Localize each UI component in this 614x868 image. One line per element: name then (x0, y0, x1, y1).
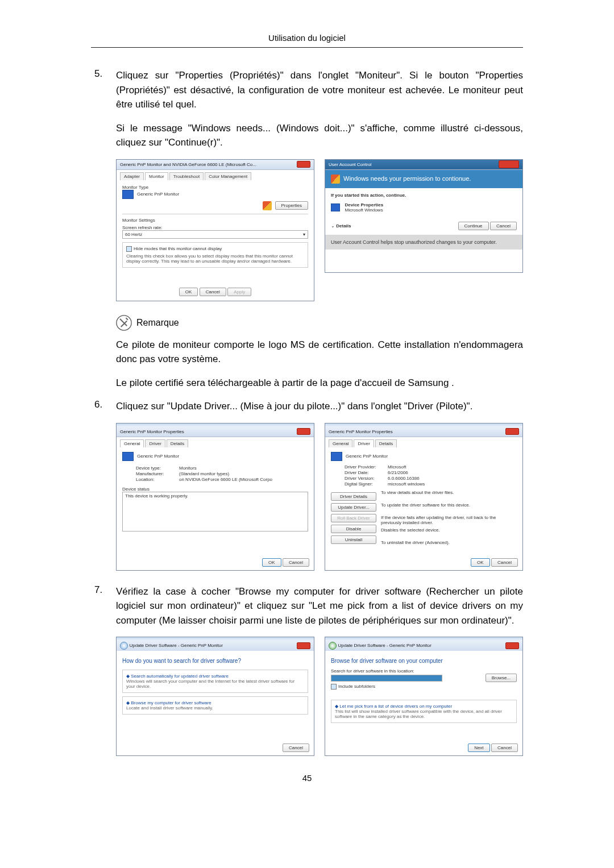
tab-driver[interactable]: Driver (354, 439, 374, 447)
update-driver-search-window: Update Driver Software - Generic PnP Mon… (116, 637, 314, 756)
step5-para2: Si le message "Windows needs... (Windows… (116, 121, 523, 150)
uac-device-properties: Device Properties (345, 202, 384, 207)
digital-signer-value: microsoft windows (388, 481, 425, 487)
monitor-icon (122, 190, 134, 199)
monitor-settings-label: Monitor Settings (122, 218, 308, 223)
tab-adapter[interactable]: Adapter (120, 172, 144, 180)
header-rule (91, 47, 523, 48)
win5-title: Update Driver Software - Generic PnP Mon… (130, 643, 223, 648)
cancel-button[interactable]: Cancel (490, 222, 517, 230)
monitor-icon (122, 452, 134, 461)
update-driver-button[interactable]: Update Driver... (331, 503, 376, 512)
win1-title: Generic PnP Monitor and NVIDIA GeForce 6… (120, 162, 256, 167)
uac-message: Windows needs your permission to contion… (343, 175, 471, 181)
cancel-button[interactable]: Cancel (283, 744, 309, 752)
tab-details[interactable]: Details (167, 439, 188, 447)
location-value: on NVIDIA GeForce 6600 LE (Microsoft Cor… (179, 477, 272, 482)
ok-button[interactable]: OK (179, 288, 198, 296)
driver-tab-window: Generic PnP Monitor Properties General D… (325, 423, 523, 571)
back-icon[interactable] (329, 642, 337, 650)
device-status-box: This device is working properly. (122, 492, 308, 531)
tab-driver[interactable]: Driver (145, 439, 165, 447)
browse-button[interactable]: Browse... (486, 674, 517, 682)
win5-heading: How do you want to search for driver sof… (122, 658, 308, 664)
continue-button[interactable]: Continue (458, 222, 489, 230)
rollback-driver-button[interactable]: Roll Back Driver (331, 514, 376, 522)
monitor-properties-window: Generic PnP Monitor and NVIDIA GeForce 6… (116, 159, 314, 301)
include-subfolders-checkbox[interactable] (331, 684, 337, 690)
driver-details-button[interactable]: Driver Details (331, 492, 376, 501)
win6-location-label: Search for driver software in this locat… (331, 668, 517, 674)
win6-heading: Browse for driver software on your compu… (331, 658, 517, 664)
note-label: Remarque (136, 318, 179, 328)
driver-version-value: 6.0.6000.16386 (388, 476, 420, 481)
uac-if-started: If you started this action, continue. (331, 193, 517, 198)
cancel-button[interactable]: Cancel (491, 558, 518, 567)
close-icon[interactable] (505, 642, 519, 649)
win4-name: Generic PnP Monitor (346, 454, 388, 459)
header-title: Utilisation du logiciel (91, 33, 523, 43)
search-auto-option[interactable]: ◆ Search automatically for updated drive… (122, 670, 308, 693)
step7-images: Update Driver Software - Generic PnP Mon… (116, 637, 523, 756)
driver-date-value: 6/21/2006 (388, 470, 408, 475)
win6-title: Update Driver Software - Generic PnP Mon… (338, 643, 432, 648)
location-label: Location: (136, 477, 176, 482)
tab-general[interactable]: General (329, 439, 352, 447)
let-me-pick-option[interactable]: ◆ Let me pick from a list of device driv… (331, 700, 517, 723)
include-subfolders-label: Include subfolders (338, 684, 375, 689)
chevron-down-icon: ▾ (303, 232, 305, 237)
uac-footer: User Account Control helps stop unauthor… (325, 235, 522, 250)
ok-button[interactable]: OK (262, 558, 281, 567)
cancel-button[interactable]: Cancel (200, 288, 226, 296)
chevron-down-icon: ⌄ (331, 223, 336, 229)
hide-modes-desc: Clearing this check box allows you to se… (126, 254, 304, 264)
win3-name: Generic PnP Monitor (137, 454, 179, 459)
cancel-button[interactable]: Cancel (283, 558, 309, 567)
properties-button[interactable]: Properties (275, 201, 308, 210)
device-status-label: Device status (122, 487, 308, 492)
rollback-driver-desc: If the device fails after updating the d… (381, 515, 517, 528)
step5-number: 5. (94, 68, 102, 80)
note-para1: Ce pilote de moniteur comporte le logo M… (116, 338, 523, 367)
close-icon[interactable] (297, 642, 310, 649)
shield-icon (263, 201, 272, 210)
tab-general[interactable]: General (120, 439, 144, 447)
close-icon[interactable] (297, 161, 310, 168)
tab-color-management[interactable]: Color Management (205, 172, 251, 180)
disable-button[interactable]: Disable (331, 525, 376, 533)
note-icon (116, 315, 132, 331)
monitor-name: Generic PnP Monitor (137, 192, 179, 197)
driver-provider-label: Driver Provider: (345, 464, 384, 470)
tab-details[interactable]: Details (375, 439, 397, 447)
location-field[interactable] (331, 675, 442, 682)
close-icon[interactable] (499, 160, 519, 168)
step7-number: 7. (94, 584, 102, 596)
monitor-type-label: Monitor Type (122, 185, 308, 190)
close-icon[interactable] (505, 428, 519, 435)
refresh-rate-select[interactable]: 60 Hertz ▾ (122, 230, 308, 239)
back-icon[interactable] (120, 642, 128, 650)
uac-details-toggle[interactable]: ⌄ Details (331, 223, 351, 229)
win3-title: Generic PnP Monitor Properties (120, 429, 184, 434)
driver-version-label: Driver Version: (345, 476, 384, 481)
uninstall-button[interactable]: Uninstall (331, 535, 376, 544)
next-button[interactable]: Next (468, 744, 489, 752)
driver-details-desc: To view details about the driver files. (381, 490, 517, 502)
hide-modes-checkbox[interactable] (126, 246, 132, 252)
step5-para1: Cliquez sur "Properties (Propriétés)" da… (116, 68, 523, 112)
manufacturer-label: Manufacturer: (136, 471, 176, 476)
step6-images: Generic PnP Monitor Properties General D… (116, 423, 523, 571)
update-driver-browse-window: Update Driver Software - Generic PnP Mon… (325, 637, 523, 756)
shield-icon (331, 175, 340, 184)
tab-monitor[interactable]: Monitor (145, 172, 168, 180)
page-number: 45 (91, 773, 523, 783)
disable-desc: Disables the selected device. (381, 528, 517, 540)
browse-computer-option[interactable]: ◆ Browse my computer for driver software… (122, 696, 308, 715)
tab-troubleshoot[interactable]: Troubleshoot (169, 172, 204, 180)
cancel-button[interactable]: Cancel (491, 744, 518, 752)
digital-signer-label: Digital Signer: (345, 481, 384, 487)
apply-button[interactable]: Apply (227, 288, 251, 296)
ok-button[interactable]: OK (471, 558, 490, 567)
close-icon[interactable] (297, 428, 310, 435)
driver-general-window: Generic PnP Monitor Properties General D… (116, 423, 314, 571)
